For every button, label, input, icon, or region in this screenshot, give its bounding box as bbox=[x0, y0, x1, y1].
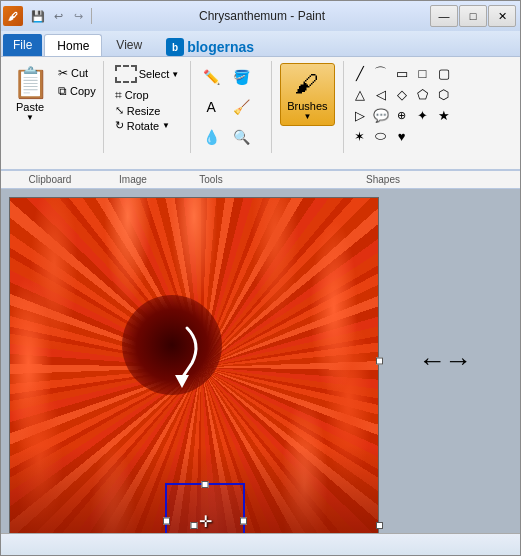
status-bar bbox=[1, 533, 520, 555]
image-label: Image bbox=[95, 174, 171, 185]
brushes-icon: 🖌 bbox=[291, 68, 323, 100]
select-button[interactable]: Select ▼ bbox=[112, 63, 183, 85]
canvas[interactable]: ✛ bbox=[9, 197, 379, 533]
shape-curve[interactable]: ⌒ bbox=[371, 63, 391, 83]
shape-star5[interactable]: ★ bbox=[434, 105, 454, 125]
shape-oval[interactable]: ⬭ bbox=[371, 126, 391, 146]
maximize-btn[interactable]: □ bbox=[459, 5, 487, 27]
image-group: Select ▼ ⌗ Crop ⤡ Resize ↻ Rotate ▼ bbox=[104, 61, 192, 153]
move-cursor-icon: ✛ bbox=[199, 511, 212, 530]
copy-button[interactable]: ⧉ Copy bbox=[55, 83, 99, 99]
canvas-wrapper: ✛ bbox=[9, 197, 379, 525]
tools-label: Tools bbox=[171, 174, 251, 185]
ribbon-content: 📋 Paste ▼ ✂ Cut ⧉ Copy Select bbox=[1, 57, 520, 171]
ribbon-labels-row: Clipboard Image Tools Shapes bbox=[1, 171, 520, 189]
tools-buttons: ✏️ 🪣 A 🧹 💧 🔍 bbox=[197, 63, 265, 151]
redo-quick-btn[interactable]: ↪ bbox=[69, 7, 87, 25]
minimize-btn[interactable]: — bbox=[430, 5, 458, 27]
shapes-group: ╱ ⌒ ▭ □ ▢ △ ◁ ◇ ⬠ ⬡ ▷ 💬 ⊕ ✦ ★ ✶ ⬭ ♥ bbox=[344, 61, 476, 153]
cut-copy-group: ✂ Cut ⧉ Copy bbox=[55, 61, 99, 99]
shape-heart[interactable]: ♥ bbox=[392, 126, 412, 146]
eraser-tool[interactable]: 🧹 bbox=[227, 93, 255, 121]
shape-rect[interactable]: ▭ bbox=[392, 63, 412, 83]
rotate-button[interactable]: ↻ Rotate ▼ bbox=[112, 118, 173, 133]
curved-arrow-svg bbox=[157, 323, 217, 393]
selection-handle-right[interactable] bbox=[240, 517, 247, 524]
pencil-tool[interactable]: ✏️ bbox=[197, 63, 225, 91]
brushes-group: 🖌 Brushes ▼ bbox=[272, 61, 343, 153]
paste-label: Paste bbox=[16, 101, 44, 113]
canvas-handle-br[interactable] bbox=[376, 522, 383, 529]
selection-handle-left[interactable] bbox=[163, 517, 170, 524]
fill-tool[interactable]: 🪣 bbox=[227, 63, 255, 91]
rotate-icon: ↻ bbox=[115, 119, 124, 132]
tab-view[interactable]: View bbox=[104, 34, 154, 56]
app-icon: 🖌 bbox=[3, 6, 23, 26]
ribbon-tabs-row: File Home View b blogernas bbox=[1, 31, 520, 57]
select-icon bbox=[115, 65, 137, 83]
shape-rect-outline[interactable]: □ bbox=[413, 63, 433, 83]
resize-button[interactable]: ⤡ Resize bbox=[112, 103, 164, 118]
blogernas-logo: b blogernas bbox=[166, 38, 254, 56]
resize-icon: ⤡ bbox=[115, 104, 124, 117]
shape-line[interactable]: ╱ bbox=[350, 63, 370, 83]
shape-star6[interactable]: ✶ bbox=[350, 126, 370, 146]
paste-button[interactable]: 📋 Paste ▼ bbox=[9, 61, 55, 124]
selection-handle-top[interactable] bbox=[202, 481, 209, 488]
quick-access-toolbar: 🖌 💾 ↩ ↪ bbox=[3, 6, 94, 26]
title-bar: 🖌 💾 ↩ ↪ Chrysanthemum - Paint — □ ✕ bbox=[1, 1, 520, 31]
brushes-label: Brushes bbox=[287, 100, 327, 112]
save-quick-btn[interactable]: 💾 bbox=[29, 7, 47, 25]
text-tool[interactable]: A bbox=[197, 93, 225, 121]
shape-arrow-left[interactable]: ◁ bbox=[371, 84, 391, 104]
brushes-dropdown-arrow: ▼ bbox=[303, 112, 311, 121]
tools-group: ✏️ 🪣 A 🧹 💧 🔍 bbox=[191, 61, 272, 153]
shape-triangle[interactable]: △ bbox=[350, 84, 370, 104]
shape-arrow-right[interactable]: ▷ bbox=[350, 105, 370, 125]
tab-file[interactable]: File bbox=[3, 34, 42, 56]
app-icon-symbol: 🖌 bbox=[8, 11, 18, 22]
select-dropdown-arrow: ▼ bbox=[171, 70, 179, 79]
svg-marker-0 bbox=[175, 375, 189, 388]
clipboard-group: 📋 Paste ▼ ✂ Cut ⧉ Copy bbox=[5, 61, 104, 153]
shape-diamond[interactable]: ◇ bbox=[392, 84, 412, 104]
rotate-dropdown-arrow: ▼ bbox=[162, 121, 170, 130]
color-picker-tool[interactable]: 💧 bbox=[197, 123, 225, 151]
shape-hexagon[interactable]: ⬡ bbox=[434, 84, 454, 104]
shapes-grid: ╱ ⌒ ▭ □ ▢ △ ◁ ◇ ⬠ ⬡ ▷ 💬 ⊕ ✦ ★ ✶ ⬭ ♥ bbox=[350, 63, 470, 146]
canvas-handle-bottom-mid[interactable] bbox=[191, 522, 198, 529]
shape-pentagon[interactable]: ⬠ bbox=[413, 84, 433, 104]
toolbar-divider bbox=[91, 8, 92, 24]
shape-4arrow[interactable]: ⊕ bbox=[392, 105, 412, 125]
canvas-area: ✛ ←→ bbox=[1, 189, 520, 533]
tab-home[interactable]: Home bbox=[44, 34, 102, 56]
undo-quick-btn[interactable]: ↩ bbox=[49, 7, 67, 25]
crop-icon: ⌗ bbox=[115, 88, 122, 102]
copy-icon: ⧉ bbox=[58, 84, 67, 98]
clipboard-label: Clipboard bbox=[5, 174, 95, 185]
selection-box[interactable]: ✛ bbox=[165, 483, 245, 533]
brushes-button[interactable]: 🖌 Brushes ▼ bbox=[280, 63, 334, 126]
logo-icon: b bbox=[166, 38, 184, 56]
resize-arrow-horizontal: ←→ bbox=[418, 345, 470, 377]
window-controls: — □ ✕ bbox=[430, 5, 516, 27]
cut-button[interactable]: ✂ Cut bbox=[55, 65, 99, 81]
crop-button[interactable]: ⌗ Crop bbox=[112, 87, 152, 103]
shapes-label: Shapes bbox=[323, 174, 443, 185]
paste-icon: 📋 bbox=[11, 63, 49, 101]
shape-callout[interactable]: 💬 bbox=[371, 105, 391, 125]
canvas-handle-right-mid[interactable] bbox=[376, 358, 383, 365]
close-btn[interactable]: ✕ bbox=[488, 5, 516, 27]
title-text: Chrysanthemum - Paint bbox=[94, 9, 430, 23]
shape-star4[interactable]: ✦ bbox=[413, 105, 433, 125]
shape-rounded-rect[interactable]: ▢ bbox=[434, 63, 454, 83]
logo-text: blogernas bbox=[187, 39, 254, 55]
cut-icon: ✂ bbox=[58, 66, 68, 80]
magnify-tool[interactable]: 🔍 bbox=[227, 123, 255, 151]
